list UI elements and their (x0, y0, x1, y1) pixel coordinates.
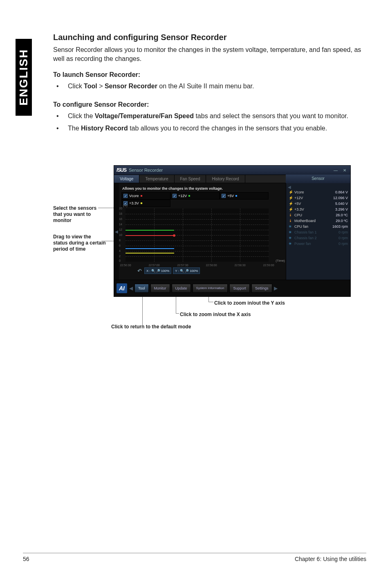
label: Y : (175, 269, 179, 273)
reset-zoom-button[interactable]: ↶ (136, 267, 143, 274)
zoom-pct: 100% (190, 269, 198, 273)
page-number: 56 (23, 556, 29, 562)
xtick: 22:57:30 (177, 264, 188, 267)
line-vcore (126, 235, 174, 236)
check-3v3[interactable]: ✔+3.3V (121, 200, 170, 207)
config-subhead: To configure Sensor Recorder: (53, 101, 368, 108)
bottom-update-button[interactable]: Update (172, 284, 191, 293)
check-12v[interactable]: ✔+12V (170, 192, 220, 200)
bottom-settings-button[interactable]: Settings (251, 284, 272, 293)
tab-history-record[interactable]: History Record (206, 175, 245, 183)
text: tabs and select the sensors that you wan… (194, 112, 348, 119)
xtick: 22:58:30 (234, 264, 245, 267)
chapter-title: Chapter 6: Using the utilities (295, 556, 366, 562)
gridline (126, 240, 269, 241)
scroll-left-arrow[interactable]: ◀ (114, 183, 119, 280)
temp-icon: 🌡 (289, 213, 293, 217)
check-5v[interactable]: ✔+5V (220, 192, 269, 200)
nav-right-arrow[interactable]: ▶ (274, 285, 278, 291)
check-vcore[interactable]: ✔Vcore (121, 192, 170, 200)
check-label: +3.3V (129, 201, 139, 205)
gridline (126, 224, 269, 225)
sensor-row: ⚡Vcore0.864 V (288, 189, 349, 195)
launch-item: • Click Tool > Sensor Recorder on the AI… (53, 82, 368, 91)
text: Click (68, 83, 84, 90)
tab-temperature[interactable]: Temperature (139, 175, 174, 183)
tab-voltage[interactable]: Voltage (114, 175, 139, 183)
gridline (126, 256, 269, 257)
voltage-chart[interactable]: (V) (Time) 20 18 16 14 12 10 8 6 (126, 209, 269, 262)
temp-icon: 🌡 (289, 219, 293, 223)
check-label: +5V (227, 194, 234, 198)
data-point-icon (173, 234, 175, 237)
ytick: 6 (119, 244, 121, 247)
volt-icon: ⚡ (289, 202, 293, 206)
sensor-checkboxes: ✔Vcore ✔+12V ✔+5V ✔+3.3V (121, 192, 283, 207)
sensor-name: Chassis fan 2 (294, 236, 317, 240)
sensor-panel: ◀ ⚡Vcore0.864 V⚡+12V12.096 V⚡+5V5.040 V⚡… (286, 183, 350, 280)
sensor-value: 12.096 V (333, 196, 348, 200)
nav-left-arrow[interactable]: ◀ (129, 285, 133, 291)
sensor-value: 0 rpm (338, 230, 348, 234)
sensor-panel-header: Sensor (286, 175, 350, 183)
sensor-scroll-left[interactable]: ◀ (288, 185, 291, 189)
zoom-out-x-icon[interactable]: 🔎 (156, 269, 160, 273)
config-item-2: • The History Record tab allows you to r… (53, 124, 368, 133)
label: X : (146, 269, 150, 273)
sensor-name: +12V (294, 196, 303, 200)
sensor-name: CPU fan (294, 224, 308, 229)
asus-logo: /SUS (117, 167, 126, 173)
sensor-value: 3.296 V (335, 207, 348, 211)
sensor-name: Chassis fan 1 (294, 230, 317, 234)
sensor-name: Power fan (294, 242, 311, 246)
swatch-icon (141, 195, 142, 197)
window-title: Sensor Recorder (129, 168, 163, 173)
bullet-icon: • (53, 82, 68, 91)
line-5v (126, 248, 174, 249)
zoom-row: ↶ X : 🔍 🔎 100% Y : 🔍 🔎 100% (121, 267, 283, 274)
zoom-out-y-icon[interactable]: 🔎 (185, 269, 189, 273)
sensor-value: 0 rpm (338, 236, 348, 240)
sensor-value: 0 rpm (338, 242, 348, 246)
sensor-value: 1603 rpm (332, 224, 348, 229)
close-icon[interactable]: ✕ (341, 167, 348, 173)
sensor-value: 26.0 ºC (336, 213, 348, 217)
text: > (97, 83, 105, 90)
bottom-tool-button[interactable]: Tool (134, 284, 149, 293)
intro-paragraph: Sensor Recorder allows you to monitor th… (53, 45, 368, 63)
bottom-sysinfo-button[interactable]: System Information (193, 284, 228, 293)
ytick: 14 (119, 223, 122, 226)
bullet-icon: • (53, 112, 68, 121)
anno-reset: Click to return to the default mode (111, 324, 191, 330)
sensor-name: MotherBoard (294, 219, 316, 223)
sensor-row: ✳Chassis fan 10 rpm (288, 229, 349, 235)
ytick: 18 (119, 212, 122, 215)
minimize-icon[interactable]: — (332, 167, 339, 173)
zoom-in-x-icon[interactable]: 🔍 (151, 269, 155, 273)
xtick: 22:58:00 (206, 264, 217, 267)
sensor-row: ⚡+12V12.096 V (288, 195, 349, 201)
volt-icon: ⚡ (289, 207, 293, 211)
zoom-y-box: Y : 🔍 🔎 100% (173, 267, 200, 274)
swatch-icon (235, 195, 237, 197)
sensor-name: +5V (294, 202, 301, 206)
ytick: 8 (119, 239, 121, 242)
bold-text: Voltage/Temperature/Fan Speed (95, 112, 194, 119)
sensor-row: ✳Chassis fan 20 rpm (288, 235, 349, 241)
zoom-in-y-icon[interactable]: 🔍 (180, 269, 184, 273)
gridline (211, 209, 212, 262)
diagram-area: Select the sensors that you want to moni… (53, 165, 368, 337)
language-tab: ENGLISH (16, 39, 32, 116)
sensor-row: ✳CPU fan1603 rpm (288, 224, 349, 229)
bottom-support-button[interactable]: Support (229, 284, 250, 293)
page-footer: 56 Chapter 6: Using the utilities (23, 553, 366, 562)
text: Click the (68, 112, 95, 119)
tab-fan-speed[interactable]: Fan Speed (175, 175, 206, 183)
text: tab allows you to record the changes in … (128, 125, 327, 132)
bottom-monitor-button[interactable]: Monitor (150, 284, 170, 293)
ytick: 16 (119, 218, 122, 220)
gridline (183, 209, 183, 262)
text: The (68, 125, 81, 132)
sensor-value: 29.0 ºC (336, 219, 348, 223)
xtick: 22:59:00 (263, 264, 274, 267)
